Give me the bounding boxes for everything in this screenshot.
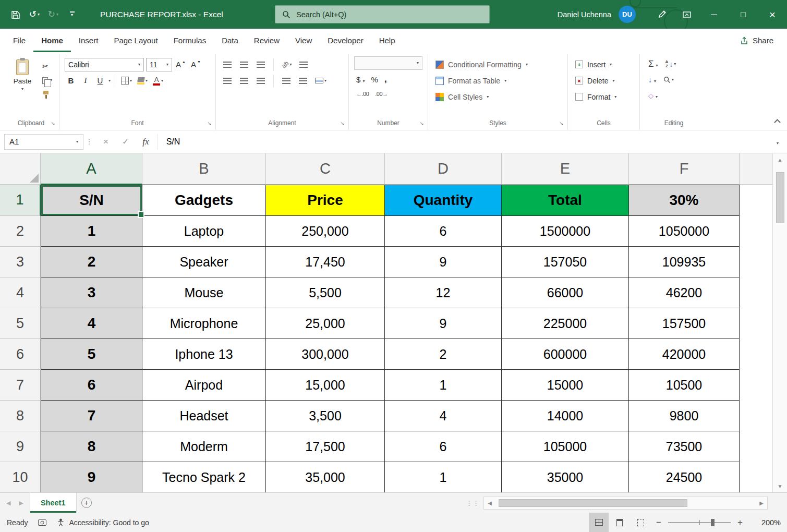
alignment-dialog-launcher[interactable]: ↘ [338, 119, 346, 127]
grid-cell-quantity[interactable]: 4 [385, 401, 502, 431]
tab-file[interactable]: File [5, 29, 33, 52]
grid-cell-sn[interactable]: 6 [41, 370, 142, 401]
sheet-tab-sheet1[interactable]: Sheet1 [30, 493, 77, 513]
copy-button[interactable]: ▾ [41, 75, 54, 86]
merge-center-button[interactable]: ▾ [313, 74, 328, 88]
cell-f1[interactable]: 30% [629, 185, 740, 216]
column-header-d[interactable]: D [385, 153, 502, 185]
borders-button[interactable]: ▾ [119, 74, 134, 88]
grid-cell-30pct[interactable]: 109935 [629, 247, 740, 277]
grid-cell-gadget[interactable]: Iphone 13 [142, 339, 266, 370]
grid-cell-quantity[interactable]: 6 [385, 216, 502, 247]
grid-cell-price[interactable]: 25,000 [266, 308, 385, 339]
align-right-button[interactable] [255, 74, 267, 88]
next-sheet-button[interactable]: ▶ [19, 500, 23, 506]
grid-cell-total[interactable]: 66000 [502, 277, 629, 308]
maximize-button[interactable]: □ [729, 0, 758, 29]
grid-cell-sn[interactable]: 3 [41, 277, 142, 308]
grid-cell-gadget[interactable]: Headset [142, 401, 266, 431]
ribbon-display-options-button[interactable] [674, 4, 699, 26]
tab-view[interactable]: View [287, 29, 320, 52]
grid-cell-total[interactable]: 600000 [502, 339, 629, 370]
styles-dialog-launcher[interactable]: ↘ [558, 119, 565, 127]
scroll-down-arrow[interactable]: ▼ [773, 480, 787, 492]
grid-cell-gadget[interactable]: Mouse [142, 277, 266, 308]
cell-b1[interactable]: Gadgets [142, 185, 266, 216]
accounting-format-button[interactable]: $ ▾ [356, 75, 365, 84]
grid-cell-30pct[interactable]: 1050000 [629, 216, 740, 247]
accessibility-status[interactable]: Accessibility: Good to go [57, 518, 149, 527]
undo-button[interactable]: ↺▾ [26, 4, 43, 26]
tab-page-layout[interactable]: Page Layout [106, 29, 165, 52]
collapse-ribbon-button[interactable] [774, 119, 781, 126]
grid-cell-price[interactable]: 250,000 [266, 216, 385, 247]
empty-cell-area[interactable] [740, 308, 772, 339]
page-break-view-button[interactable] [631, 513, 650, 532]
cancel-entry-button[interactable]: × [103, 137, 108, 147]
tab-developer[interactable]: Developer [320, 29, 371, 52]
column-header-b[interactable]: B [142, 153, 266, 185]
grid-cell-price[interactable]: 15,000 [266, 370, 385, 401]
empty-cell-area[interactable] [740, 401, 772, 431]
format-as-table-button[interactable]: Format as Table▾ [433, 72, 562, 89]
bold-button[interactable]: B [65, 74, 77, 88]
tab-split-grip[interactable]: ⋮⋮ [462, 493, 483, 513]
empty-cell-area[interactable] [740, 370, 772, 401]
vertical-scrollbar[interactable]: ▲ ▼ [772, 153, 787, 492]
zoom-slider-thumb[interactable] [711, 519, 715, 526]
grid-cell-quantity[interactable]: 9 [385, 247, 502, 277]
cut-button[interactable]: ✂ [41, 61, 54, 72]
paste-button[interactable]: Paste ▾ [8, 56, 37, 100]
row-header[interactable]: 10 [0, 462, 41, 492]
insert-function-button[interactable]: fx [142, 137, 149, 147]
decrease-indent-button[interactable] [280, 74, 293, 88]
wrap-text-button[interactable] [297, 58, 310, 71]
column-header-c[interactable]: C [266, 153, 385, 185]
redo-button[interactable]: ↻▾ [45, 4, 62, 26]
sort-filter-button[interactable]: AZ↓▾ [665, 60, 676, 68]
grid-cell-price[interactable]: 35,000 [266, 462, 385, 492]
row-header[interactable]: 5 [0, 308, 41, 339]
grid-cell-total[interactable]: 35000 [502, 462, 629, 492]
clear-button[interactable]: ◇ ▾ [648, 91, 658, 100]
grid-cell-gadget[interactable]: Laptop [142, 216, 266, 247]
middle-align-button[interactable] [238, 58, 250, 71]
scroll-up-arrow[interactable]: ▲ [773, 153, 787, 166]
grid-cell-gadget[interactable]: Moderm [142, 431, 266, 462]
grid-cell-gadget[interactable]: Tecno Spark 2 [142, 462, 266, 492]
format-cells-button[interactable]: Format▾ [573, 89, 634, 105]
grid-cell-30pct[interactable]: 73500 [629, 431, 740, 462]
fill-color-button[interactable]: ▾ [136, 74, 149, 88]
row-header[interactable]: 7 [0, 370, 41, 401]
select-all-corner[interactable] [0, 153, 41, 185]
macro-record-icon[interactable] [38, 519, 46, 526]
zoom-out-button[interactable]: − [651, 517, 666, 528]
horizontal-scrollbar[interactable]: ◀ ▶ [483, 497, 768, 510]
percent-style-button[interactable]: % [371, 75, 378, 84]
number-dialog-launcher[interactable]: ↘ [418, 119, 426, 127]
empty-cell-area[interactable] [740, 462, 772, 492]
grid-cell-30pct[interactable]: 24500 [629, 462, 740, 492]
cell-a1-selected[interactable]: S/N [41, 185, 142, 216]
clipboard-dialog-launcher[interactable]: ↘ [49, 119, 57, 127]
grow-font-button[interactable]: A▲ [174, 58, 187, 71]
cell-styles-button[interactable]: Cell Styles▾ [433, 89, 562, 105]
grid-cell-total[interactable]: 15000 [502, 370, 629, 401]
row-header[interactable]: 9 [0, 431, 41, 462]
avatar[interactable]: DU [619, 6, 636, 23]
zoom-slider[interactable] [668, 522, 731, 523]
zoom-level[interactable]: 200% [750, 518, 781, 527]
column-header-e[interactable]: E [502, 153, 629, 185]
grid-cell-sn[interactable]: 8 [41, 431, 142, 462]
grid-cell-quantity[interactable]: 2 [385, 339, 502, 370]
search-box[interactable]: Search (Alt+Q) [275, 5, 490, 23]
user-name[interactable]: Daniel Uchenna [558, 10, 611, 19]
minimize-button[interactable]: ─ [699, 0, 729, 29]
increase-indent-button[interactable] [297, 74, 309, 88]
format-painter-button[interactable] [41, 89, 54, 100]
grid-cell-price[interactable]: 3,500 [266, 401, 385, 431]
grid-cell-sn[interactable]: 1 [41, 216, 142, 247]
cell-e1[interactable]: Total [502, 185, 629, 216]
tab-data[interactable]: Data [214, 29, 246, 52]
close-button[interactable]: × [758, 0, 787, 29]
